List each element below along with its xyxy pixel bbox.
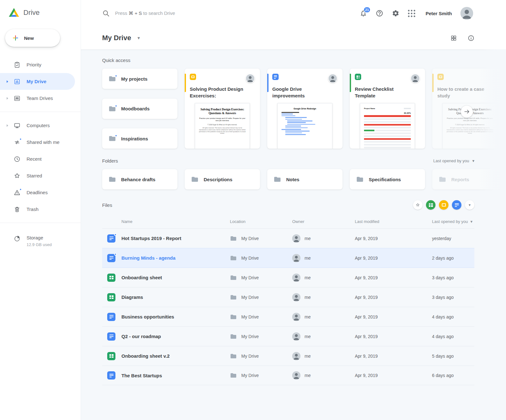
folder-icon — [230, 353, 237, 359]
folder-card[interactable]: Descriptions — [185, 169, 260, 189]
table-row[interactable]: Q2 - our roadmap My Drive me Apr 9, 2019… — [102, 326, 474, 346]
chevron-down-icon[interactable]: ▾ — [138, 35, 140, 41]
owner-avatar — [245, 74, 255, 83]
filter-docs-button[interactable] — [452, 200, 461, 210]
file-modified: Apr 9, 2019 — [355, 256, 432, 261]
folder-name: Moodboards — [121, 106, 150, 111]
files-section: Files ▾ Name — [102, 200, 506, 385]
grid-view-icon[interactable] — [450, 35, 457, 41]
quick-file-card[interactable]: Google Drive improvements Google Drive R… — [267, 69, 342, 149]
user-name: Peter Smith — [426, 11, 452, 16]
help-button[interactable] — [376, 9, 383, 17]
quick-folder-card[interactable]: Moodboards — [102, 99, 177, 119]
owner-avatar — [292, 313, 300, 321]
folder-card[interactable]: Notes — [267, 169, 342, 189]
notification-dot — [115, 105, 117, 107]
file-name: Onboarding sheet — [121, 275, 162, 280]
owner-avatar — [292, 371, 300, 380]
file-type-bar — [185, 74, 186, 92]
search-input[interactable]: Press ⌘ + S to search Drive — [102, 9, 175, 17]
expand-caret-icon[interactable] — [7, 124, 8, 127]
column-location: Location — [230, 219, 292, 224]
file-location: My Drive — [241, 236, 259, 241]
folder-card[interactable]: Specifications — [350, 169, 425, 189]
table-row[interactable]: Business opportunities My Drive me Apr 9… — [102, 307, 474, 326]
filter-sheets-button[interactable] — [426, 200, 435, 210]
chevron-down-icon: ▾ — [470, 219, 472, 224]
product-name: Drive — [23, 9, 40, 17]
sidebar-item-trash[interactable]: Trash — [0, 201, 81, 218]
sidebar-item-computers[interactable]: Computers — [0, 117, 81, 134]
file-location: My Drive — [241, 354, 259, 359]
file-modified: Apr 9, 2019 — [355, 236, 432, 241]
notification-dot — [114, 253, 117, 256]
file-preview: Google Drive Redesign — [277, 103, 332, 149]
notifications-button[interactable]: 21 — [360, 9, 367, 17]
folder-name: My projects — [121, 76, 147, 82]
filter-slides-button[interactable] — [439, 200, 448, 210]
sidebar-item-storage[interactable]: Storage 12.9 GB used — [0, 235, 81, 247]
scroll-right-button[interactable] — [461, 106, 473, 118]
sidebar-item-recent[interactable]: Recent — [0, 151, 81, 167]
sidebar-item-starred[interactable]: Starred — [0, 167, 81, 184]
filter-starred-button[interactable] — [413, 200, 423, 210]
files-table: Name Location Owner Last modified Last o… — [102, 215, 474, 385]
table-row[interactable]: Onboarding sheet v.2 My Drive me Apr 9, … — [102, 346, 474, 366]
file-opened: 4 days ago — [432, 314, 474, 319]
folder-icon — [230, 373, 237, 378]
filter-more-button[interactable]: ▾ — [465, 200, 474, 210]
table-row-selected[interactable]: Burning Minds - agenda My Drive me Apr 9… — [102, 248, 474, 268]
sidebar-item-deadlines[interactable]: Deadlines — [0, 184, 81, 201]
folder-name: Descriptions — [204, 177, 232, 182]
user-avatar[interactable] — [460, 7, 473, 20]
drive-logo[interactable]: Drive — [0, 0, 81, 18]
expand-caret-icon[interactable] — [7, 80, 8, 83]
file-name: Q2 - our roadmap — [121, 334, 161, 339]
folder-name: Inspirations — [121, 136, 148, 141]
expand-caret-icon[interactable] — [7, 97, 8, 100]
new-button[interactable]: New — [5, 29, 60, 47]
file-type-bar — [350, 74, 351, 92]
folder-icon — [439, 176, 446, 182]
folder-card[interactable]: Behance drafts — [102, 169, 177, 189]
notification-dot — [19, 188, 22, 191]
table-row[interactable]: Diagrams My Drive me Apr 9, 2019 3 days … — [102, 287, 474, 307]
table-row[interactable]: Onboarding sheet My Drive me Apr 9, 2019… — [102, 268, 474, 287]
files-title: Files — [102, 202, 112, 208]
quick-folder-card[interactable]: My projects — [102, 69, 177, 89]
table-row[interactable]: Hot Startups 2019 - Report My Drive me A… — [102, 228, 474, 248]
table-row[interactable]: The Best Startups My Drive me Apr 9, 201… — [102, 366, 474, 385]
quick-file-card[interactable]: Solving Product Design Excercises: Quest… — [185, 69, 260, 149]
file-location: My Drive — [241, 295, 259, 300]
sheets-icon — [107, 293, 115, 301]
sidebar-item-my-drive[interactable]: My Drive — [0, 73, 75, 90]
folder-card[interactable]: Reports — [432, 169, 506, 189]
sidebar-item-label: Starred — [27, 173, 42, 178]
sidebar-item-label: Priority — [27, 62, 41, 67]
file-card-title: Review Checklist Template — [355, 86, 420, 99]
sidebar-item-team-drives[interactable]: Team Drives — [0, 90, 81, 107]
topbar: Press ⌘ + S to search Drive 21 — [81, 0, 506, 27]
file-opened: 5 days ago — [432, 354, 474, 359]
page-title: My Drive — [102, 34, 131, 42]
notification-dot — [115, 75, 117, 77]
file-owner: me — [305, 373, 311, 378]
sidebar-item-shared-with-me[interactable]: Shared with me — [0, 134, 81, 151]
docs-icon — [107, 234, 115, 243]
info-icon[interactable] — [468, 35, 474, 41]
settings-button[interactable] — [392, 9, 399, 17]
sidebar-item-priority[interactable]: Priority — [0, 56, 81, 73]
column-opened-sort[interactable]: Last opened by you ▾ — [432, 219, 474, 224]
file-opened: yesterday — [432, 236, 474, 241]
file-modified: Apr 9, 2019 — [355, 354, 432, 359]
file-owner: me — [305, 314, 311, 319]
quick-folder-card[interactable]: Inspirations — [102, 128, 177, 149]
file-owner: me — [305, 354, 311, 359]
folder-icon — [108, 135, 116, 142]
clock-icon — [14, 156, 21, 163]
slides-icon — [190, 74, 196, 80]
folders-sort-dropdown[interactable]: Last opened by you ▾ — [433, 158, 474, 163]
apps-grid-icon[interactable] — [408, 10, 415, 17]
file-opened: 6 days ago — [432, 373, 474, 378]
quick-file-card[interactable]: Review Checklist Template Project Name 3… — [350, 69, 425, 149]
